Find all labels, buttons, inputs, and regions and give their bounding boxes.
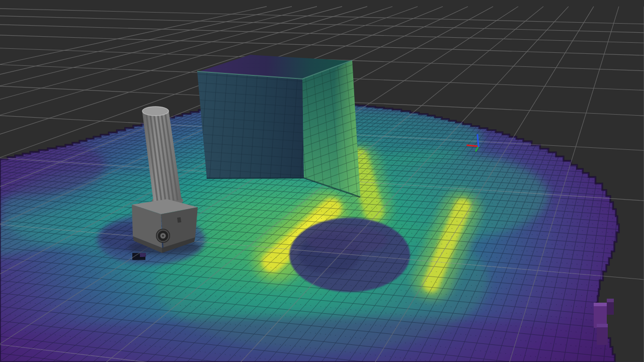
- axis-x-red: [467, 145, 478, 146]
- robot-port: [177, 217, 181, 223]
- axis-z-blue: [477, 135, 478, 146]
- rviz-3d-viewport[interactable]: [0, 0, 644, 362]
- voxel-wall-box: [197, 55, 360, 197]
- floor-shadow-patch: [307, 226, 387, 254]
- lamp-top-cap: [142, 107, 169, 116]
- scene-canvas: [0, 0, 644, 362]
- robot-wheel: [156, 229, 170, 243]
